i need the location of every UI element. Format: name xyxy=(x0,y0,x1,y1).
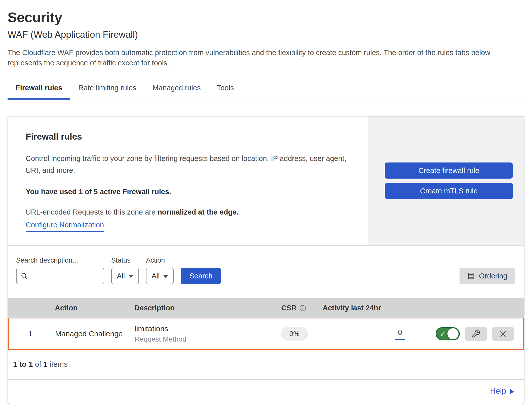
search-box xyxy=(16,268,104,284)
help-arrow-icon xyxy=(510,389,514,395)
caret-down-icon xyxy=(128,275,133,278)
edit-rule-button[interactable] xyxy=(465,327,487,341)
column-action: Action xyxy=(51,304,131,312)
ordering-button-label: Ordering xyxy=(479,272,507,280)
tab-tools[interactable]: Tools xyxy=(209,80,242,99)
rule-activity-cell: 0 xyxy=(321,328,429,340)
activity-sparkline xyxy=(334,337,388,337)
firewall-rules-summary-section: Firewall rules Control incoming traffic … xyxy=(8,116,524,245)
delete-rule-button[interactable] xyxy=(492,327,514,341)
page-description: The Cloudflare WAF provides both automat… xyxy=(8,48,523,68)
pagination-items: items xyxy=(50,360,68,368)
status-select[interactable]: All xyxy=(111,268,139,284)
ordering-list-icon xyxy=(467,272,475,280)
card-footer: Help xyxy=(8,380,524,404)
column-csr-label: CSR xyxy=(281,304,296,312)
pagination-range: 1 to 1 xyxy=(13,360,33,368)
pagination-summary: 1 to 1 of 1 items xyxy=(8,350,524,380)
action-filter-field: Action All xyxy=(146,257,174,284)
create-mtls-rule-button[interactable]: Create mTLS rule xyxy=(385,183,513,199)
normalization-text: URL-encoded Requests to this zone are xyxy=(26,208,156,216)
configure-normalization-link[interactable]: Configure Normalization xyxy=(26,221,104,232)
filter-toolbar: Search description... Status All xyxy=(8,245,524,298)
status-filter-field: Status All xyxy=(111,257,139,284)
wrench-icon xyxy=(471,329,480,338)
help-link-label: Help xyxy=(490,387,506,396)
search-description-label: Search description... xyxy=(16,257,104,264)
close-icon xyxy=(499,329,507,338)
column-description: Description xyxy=(131,304,267,312)
waf-page: Security WAF (Web Application Firewall) … xyxy=(0,0,532,404)
tab-rate-limiting-rules[interactable]: Rate limiting rules xyxy=(70,80,144,99)
column-activity: Activity last 24hr xyxy=(320,304,428,312)
status-filter-label: Status xyxy=(111,257,139,264)
search-input[interactable] xyxy=(31,272,100,280)
tab-firewall-rules[interactable]: Firewall rules xyxy=(8,80,70,99)
create-rule-panel: Create firewall rule Create mTLS rule xyxy=(368,116,524,245)
firewall-rules-card: Firewall rules Control incoming traffic … xyxy=(8,116,524,404)
pagination-of: of xyxy=(35,360,41,368)
panel-description: Control incoming traffic to your zone by… xyxy=(26,153,350,176)
page-title: Security xyxy=(8,9,524,25)
usage-summary: You have used 1 of 5 active Firewall rul… xyxy=(26,188,350,196)
action-select[interactable]: All xyxy=(146,268,174,284)
rule-priority: 1 xyxy=(9,329,52,338)
status-select-value: All xyxy=(117,272,125,280)
toggle-check-icon: ✓ xyxy=(440,330,446,338)
page-subtitle: WAF (Web Application Firewall) xyxy=(8,29,524,40)
csr-badge: 0% xyxy=(281,327,308,341)
panel-heading: Firewall rules xyxy=(26,132,350,142)
search-button[interactable]: Search xyxy=(181,268,221,284)
action-select-value: All xyxy=(151,272,160,280)
tab-managed-rules[interactable]: Managed rules xyxy=(144,80,209,99)
pagination-total: 1 xyxy=(43,360,48,368)
create-firewall-rule-button[interactable]: Create firewall rule xyxy=(385,162,513,179)
firewall-rules-info: Firewall rules Control incoming traffic … xyxy=(8,116,368,245)
normalization-bold-text: normalized at the edge. xyxy=(158,208,239,216)
caret-down-icon xyxy=(163,275,168,278)
rule-action: Managed Challenge xyxy=(52,329,132,338)
waf-tabs: Firewall rules Rate limiting rules Manag… xyxy=(8,80,524,99)
toggle-knob xyxy=(447,328,459,339)
activity-count-link[interactable]: 0 xyxy=(395,328,405,340)
rule-description-cell: limitations Request Method xyxy=(132,324,268,343)
ordering-button[interactable]: Ordering xyxy=(460,268,515,284)
action-filter-label: Action xyxy=(146,257,174,264)
search-icon xyxy=(21,272,28,280)
normalization-note: URL-encoded Requests to this zone are no… xyxy=(26,208,350,216)
rule-expression-summary: Request Method xyxy=(135,335,268,343)
column-csr: CSR xyxy=(267,304,320,312)
rule-controls: ✓ xyxy=(429,327,523,341)
help-link[interactable]: Help xyxy=(490,387,514,396)
rule-csr-cell: 0% xyxy=(268,327,321,341)
info-icon[interactable] xyxy=(299,305,306,312)
table-row-rule-1: 1 Managed Challenge limitations Request … xyxy=(8,318,524,350)
search-description-field: Search description... xyxy=(16,257,104,284)
rule-enabled-toggle[interactable]: ✓ xyxy=(436,327,460,340)
rule-description: limitations xyxy=(135,324,268,333)
rules-table-header: Action Description CSR Activity last 24h… xyxy=(8,298,524,318)
